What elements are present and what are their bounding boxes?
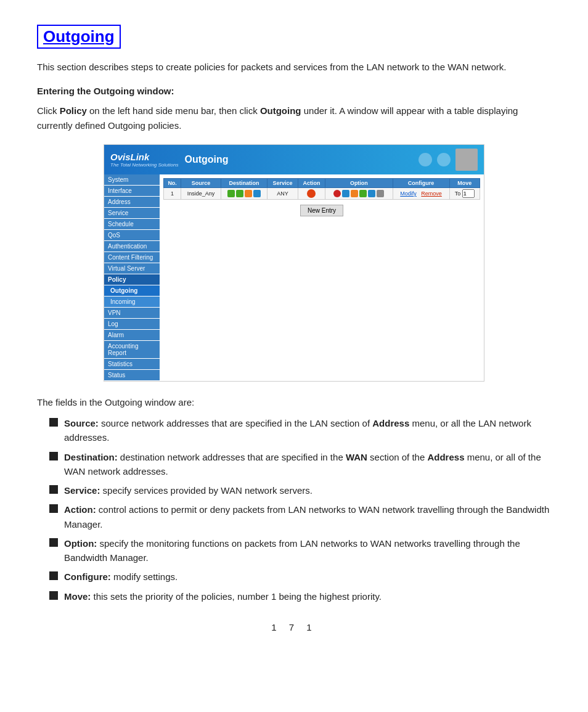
bullet-icon-source <box>49 418 58 427</box>
col-move: Move <box>449 179 480 188</box>
ss-header: OvisLink The Total Networking Solutions … <box>104 145 484 174</box>
click-instruction: Click Policy on the left hand side menu … <box>37 104 551 133</box>
opt-icon-2 <box>342 190 349 197</box>
cell-destination <box>221 188 267 200</box>
ss-logo-sub: The Total Networking Solutions <box>110 162 178 168</box>
opt-icon-5 <box>368 190 375 197</box>
opt-icon-3 <box>351 190 358 197</box>
remove-link[interactable]: Remove <box>421 190 442 197</box>
outgoing-bold: Outgoing <box>260 105 301 116</box>
cell-action <box>298 188 325 200</box>
address-bold: Address <box>372 418 409 428</box>
col-option: Option <box>325 179 393 188</box>
sidebar-authentication[interactable]: Authentication <box>104 241 160 252</box>
header-icon-2 <box>437 153 451 166</box>
sidebar-vpn[interactable]: VPN <box>104 308 160 319</box>
cell-option <box>325 188 393 200</box>
service-bold: Service: <box>64 485 100 496</box>
sidebar-content-filtering[interactable]: Content Filtering <box>104 252 160 263</box>
sidebar-statistics[interactable]: Statistics <box>104 359 160 370</box>
sidebar-address[interactable]: Address <box>104 197 160 208</box>
bullet-destination: Destination: destination network address… <box>49 450 551 479</box>
move-to: To <box>455 190 461 197</box>
sidebar-interface[interactable]: Interface <box>104 186 160 197</box>
ss-header-icons <box>419 149 478 171</box>
section-heading: Entering the Outgoing window: <box>37 86 551 96</box>
bullet-move-text: Move: this sets the priority of the poli… <box>64 589 382 604</box>
intro-text: This section describes steps to create p… <box>37 60 551 75</box>
screenshot: OvisLink The Total Networking Solutions … <box>104 144 484 382</box>
bullet-destination-text: Destination: destination network address… <box>64 450 551 479</box>
bullet-icon-destination <box>49 452 58 460</box>
sidebar-virtual-server[interactable]: Virtual Server <box>104 263 160 274</box>
sidebar-policy[interactable]: Policy <box>104 274 160 285</box>
configure-bold: Configure: <box>64 571 111 582</box>
ss-header-title: Outgoing <box>178 154 419 165</box>
ss-body: System Interface Address Service Schedul… <box>104 174 484 381</box>
bullet-source-text: Source: source network addresses that ar… <box>64 416 551 445</box>
link-text: Link <box>131 152 150 162</box>
sidebar-log[interactable]: Log <box>104 319 160 330</box>
ss-table: No. Source Destination Service Action Op… <box>163 178 480 200</box>
bullet-option: Option: specify the monitoring functions… <box>49 536 551 565</box>
bullet-service-text: Service: specify services provided by WA… <box>64 483 312 497</box>
action-bold: Action: <box>64 504 96 515</box>
col-action: Action <box>298 179 325 188</box>
sidebar-service[interactable]: Service <box>104 208 160 219</box>
modify-link[interactable]: Modify <box>400 190 417 197</box>
page-title[interactable]: Outgoing <box>37 25 121 49</box>
dest-icon-1 <box>227 190 235 197</box>
option-icons <box>328 190 390 197</box>
cell-move: To <box>449 188 480 200</box>
bullet-icon-configure <box>49 571 58 580</box>
move-input[interactable] <box>462 189 475 198</box>
click-text-2: on the left hand side menu bar, then cli… <box>87 105 260 116</box>
bullet-source: Source: source network addresses that ar… <box>49 416 551 445</box>
bullet-configure-text: Configure: modify settings. <box>64 570 178 584</box>
dest-icon-3 <box>245 190 252 197</box>
bullet-icon-move <box>49 591 58 600</box>
col-no: No. <box>164 179 181 188</box>
ss-sidebar: System Interface Address Service Schedul… <box>104 174 160 381</box>
sidebar-incoming[interactable]: Incoming <box>104 297 160 308</box>
ss-main: No. Source Destination Service Action Op… <box>160 174 484 381</box>
sidebar-alarm[interactable]: Alarm <box>104 330 160 341</box>
sidebar-outgoing[interactable]: Outgoing <box>104 285 160 297</box>
sidebar-system[interactable]: System <box>104 174 160 186</box>
sidebar-qos[interactable]: QoS <box>104 230 160 241</box>
address-bold-2: Address <box>427 452 464 462</box>
col-configure: Configure <box>393 179 449 188</box>
bullet-configure: Configure: modify settings. <box>49 570 551 584</box>
opt-icon-4 <box>359 190 367 197</box>
sidebar-accounting-report[interactable]: Accounting Report <box>104 341 160 359</box>
col-destination: Destination <box>221 179 267 188</box>
sidebar-status[interactable]: Status <box>104 370 160 381</box>
table-row: 1 Inside_Any ANY <box>164 188 480 200</box>
wan-bold: WAN <box>346 452 367 462</box>
source-bold: Source: <box>64 418 99 428</box>
ss-logo-top: OvisLink <box>110 152 178 162</box>
cell-no: 1 <box>164 188 181 200</box>
ovis-text: Ovis <box>110 152 131 162</box>
col-source: Source <box>181 179 221 188</box>
new-entry-button[interactable]: New Entry <box>300 205 343 216</box>
bullet-icon-service <box>49 485 58 494</box>
fields-intro: The fields in the Outgoing window are: <box>37 395 551 410</box>
cell-configure: Modify Remove <box>393 188 449 200</box>
ss-avatar <box>455 149 478 171</box>
sidebar-schedule[interactable]: Schedule <box>104 219 160 230</box>
new-entry-container: New Entry <box>163 205 480 216</box>
bullet-list: Source: source network addresses that ar… <box>37 416 551 604</box>
bullet-move: Move: this sets the priority of the poli… <box>49 589 551 604</box>
opt-icon-6 <box>377 190 384 197</box>
bullet-option-text: Option: specify the monitoring functions… <box>64 536 551 565</box>
destination-bold: Destination: <box>64 452 118 462</box>
cell-service: ANY <box>267 188 298 200</box>
bullet-action: Action: control actions to permit or den… <box>49 502 551 531</box>
header-icon-1 <box>419 153 432 166</box>
ss-logo: OvisLink The Total Networking Solutions <box>110 152 178 168</box>
opt-icon-1 <box>333 190 341 197</box>
cell-source: Inside_Any <box>181 188 221 200</box>
page-number: 1 7 1 <box>37 622 551 632</box>
move-bold: Move: <box>64 591 91 602</box>
